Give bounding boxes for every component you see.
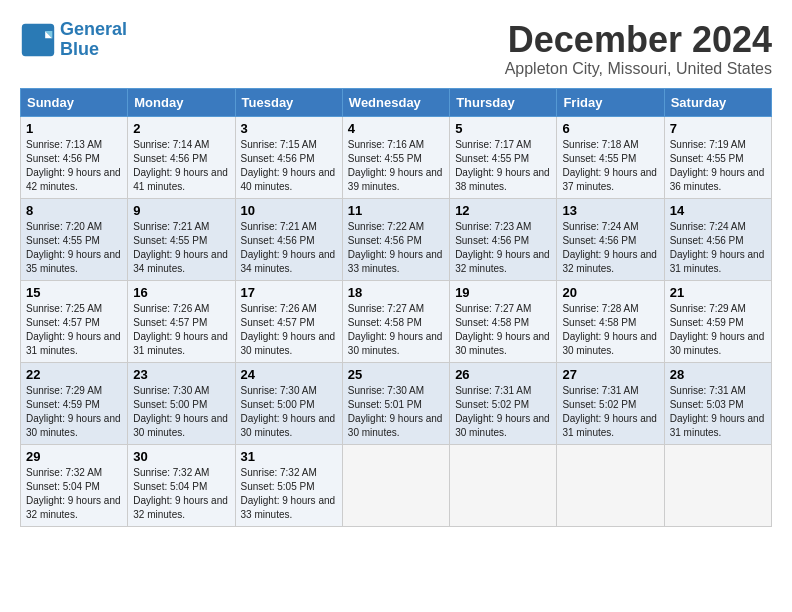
calendar-day-cell: 20 Sunrise: 7:28 AMSunset: 4:58 PMDaylig…: [557, 280, 664, 362]
calendar-table: SundayMondayTuesdayWednesdayThursdayFrid…: [20, 88, 772, 527]
day-number: 10: [241, 203, 337, 218]
logo-line2: Blue: [60, 39, 99, 59]
day-detail: Sunrise: 7:15 AMSunset: 4:56 PMDaylight:…: [241, 139, 336, 192]
day-number: 22: [26, 367, 122, 382]
day-number: 23: [133, 367, 229, 382]
day-number: 26: [455, 367, 551, 382]
day-detail: Sunrise: 7:25 AMSunset: 4:57 PMDaylight:…: [26, 303, 121, 356]
day-number: 31: [241, 449, 337, 464]
calendar-day-cell: 28 Sunrise: 7:31 AMSunset: 5:03 PMDaylig…: [664, 362, 771, 444]
weekday-header-saturday: Saturday: [664, 88, 771, 116]
day-number: 9: [133, 203, 229, 218]
day-number: 8: [26, 203, 122, 218]
calendar-day-cell: 14 Sunrise: 7:24 AMSunset: 4:56 PMDaylig…: [664, 198, 771, 280]
day-detail: Sunrise: 7:20 AMSunset: 4:55 PMDaylight:…: [26, 221, 121, 274]
title-area: December 2024 Appleton City, Missouri, U…: [505, 20, 772, 78]
calendar-day-cell: 7 Sunrise: 7:19 AMSunset: 4:55 PMDayligh…: [664, 116, 771, 198]
weekday-header-monday: Monday: [128, 88, 235, 116]
calendar-day-cell: 22 Sunrise: 7:29 AMSunset: 4:59 PMDaylig…: [21, 362, 128, 444]
day-detail: Sunrise: 7:31 AMSunset: 5:02 PMDaylight:…: [562, 385, 657, 438]
day-number: 7: [670, 121, 766, 136]
calendar-day-cell: 19 Sunrise: 7:27 AMSunset: 4:58 PMDaylig…: [450, 280, 557, 362]
day-detail: Sunrise: 7:14 AMSunset: 4:56 PMDaylight:…: [133, 139, 228, 192]
calendar-day-cell: 17 Sunrise: 7:26 AMSunset: 4:57 PMDaylig…: [235, 280, 342, 362]
logo: General Blue: [20, 20, 127, 60]
calendar-week-row: 29 Sunrise: 7:32 AMSunset: 5:04 PMDaylig…: [21, 444, 772, 526]
calendar-day-cell: 23 Sunrise: 7:30 AMSunset: 5:00 PMDaylig…: [128, 362, 235, 444]
calendar-day-cell: 3 Sunrise: 7:15 AMSunset: 4:56 PMDayligh…: [235, 116, 342, 198]
day-number: 24: [241, 367, 337, 382]
day-number: 16: [133, 285, 229, 300]
day-number: 19: [455, 285, 551, 300]
calendar-day-cell: 10 Sunrise: 7:21 AMSunset: 4:56 PMDaylig…: [235, 198, 342, 280]
calendar-day-cell: 26 Sunrise: 7:31 AMSunset: 5:02 PMDaylig…: [450, 362, 557, 444]
calendar-day-cell: 21 Sunrise: 7:29 AMSunset: 4:59 PMDaylig…: [664, 280, 771, 362]
calendar-week-row: 15 Sunrise: 7:25 AMSunset: 4:57 PMDaylig…: [21, 280, 772, 362]
day-number: 21: [670, 285, 766, 300]
day-detail: Sunrise: 7:24 AMSunset: 4:56 PMDaylight:…: [562, 221, 657, 274]
day-number: 30: [133, 449, 229, 464]
day-detail: Sunrise: 7:31 AMSunset: 5:02 PMDaylight:…: [455, 385, 550, 438]
calendar-day-cell: 24 Sunrise: 7:30 AMSunset: 5:00 PMDaylig…: [235, 362, 342, 444]
day-detail: Sunrise: 7:13 AMSunset: 4:56 PMDaylight:…: [26, 139, 121, 192]
calendar-week-row: 8 Sunrise: 7:20 AMSunset: 4:55 PMDayligh…: [21, 198, 772, 280]
calendar-day-cell: 30 Sunrise: 7:32 AMSunset: 5:04 PMDaylig…: [128, 444, 235, 526]
calendar-day-cell: 27 Sunrise: 7:31 AMSunset: 5:02 PMDaylig…: [557, 362, 664, 444]
day-detail: Sunrise: 7:29 AMSunset: 4:59 PMDaylight:…: [26, 385, 121, 438]
day-detail: Sunrise: 7:23 AMSunset: 4:56 PMDaylight:…: [455, 221, 550, 274]
calendar-day-cell: 31 Sunrise: 7:32 AMSunset: 5:05 PMDaylig…: [235, 444, 342, 526]
calendar-day-cell: 16 Sunrise: 7:26 AMSunset: 4:57 PMDaylig…: [128, 280, 235, 362]
day-detail: Sunrise: 7:32 AMSunset: 5:05 PMDaylight:…: [241, 467, 336, 520]
day-number: 27: [562, 367, 658, 382]
day-detail: Sunrise: 7:26 AMSunset: 4:57 PMDaylight:…: [241, 303, 336, 356]
header: General Blue December 2024 Appleton City…: [20, 20, 772, 78]
day-number: 20: [562, 285, 658, 300]
day-number: 3: [241, 121, 337, 136]
day-number: 28: [670, 367, 766, 382]
day-number: 6: [562, 121, 658, 136]
calendar-day-cell: 13 Sunrise: 7:24 AMSunset: 4:56 PMDaylig…: [557, 198, 664, 280]
day-number: 12: [455, 203, 551, 218]
weekday-header-wednesday: Wednesday: [342, 88, 449, 116]
calendar-day-cell: 9 Sunrise: 7:21 AMSunset: 4:55 PMDayligh…: [128, 198, 235, 280]
day-detail: Sunrise: 7:16 AMSunset: 4:55 PMDaylight:…: [348, 139, 443, 192]
day-detail: Sunrise: 7:30 AMSunset: 5:00 PMDaylight:…: [133, 385, 228, 438]
day-detail: Sunrise: 7:21 AMSunset: 4:55 PMDaylight:…: [133, 221, 228, 274]
weekday-header-row: SundayMondayTuesdayWednesdayThursdayFrid…: [21, 88, 772, 116]
logo-text: General Blue: [60, 20, 127, 60]
calendar-day-cell: 5 Sunrise: 7:17 AMSunset: 4:55 PMDayligh…: [450, 116, 557, 198]
day-number: 5: [455, 121, 551, 136]
day-detail: Sunrise: 7:17 AMSunset: 4:55 PMDaylight:…: [455, 139, 550, 192]
day-detail: Sunrise: 7:27 AMSunset: 4:58 PMDaylight:…: [455, 303, 550, 356]
day-number: 13: [562, 203, 658, 218]
day-detail: Sunrise: 7:31 AMSunset: 5:03 PMDaylight:…: [670, 385, 765, 438]
day-number: 25: [348, 367, 444, 382]
svg-rect-0: [22, 24, 54, 56]
day-detail: Sunrise: 7:30 AMSunset: 5:00 PMDaylight:…: [241, 385, 336, 438]
calendar-day-cell: 12 Sunrise: 7:23 AMSunset: 4:56 PMDaylig…: [450, 198, 557, 280]
calendar-day-cell: 6 Sunrise: 7:18 AMSunset: 4:55 PMDayligh…: [557, 116, 664, 198]
empty-cell: [664, 444, 771, 526]
weekday-header-thursday: Thursday: [450, 88, 557, 116]
calendar-day-cell: 2 Sunrise: 7:14 AMSunset: 4:56 PMDayligh…: [128, 116, 235, 198]
empty-cell: [557, 444, 664, 526]
day-detail: Sunrise: 7:32 AMSunset: 5:04 PMDaylight:…: [26, 467, 121, 520]
weekday-header-tuesday: Tuesday: [235, 88, 342, 116]
calendar-day-cell: 11 Sunrise: 7:22 AMSunset: 4:56 PMDaylig…: [342, 198, 449, 280]
weekday-header-friday: Friday: [557, 88, 664, 116]
day-number: 29: [26, 449, 122, 464]
calendar-day-cell: 29 Sunrise: 7:32 AMSunset: 5:04 PMDaylig…: [21, 444, 128, 526]
calendar-day-cell: 1 Sunrise: 7:13 AMSunset: 4:56 PMDayligh…: [21, 116, 128, 198]
calendar-week-row: 22 Sunrise: 7:29 AMSunset: 4:59 PMDaylig…: [21, 362, 772, 444]
day-number: 1: [26, 121, 122, 136]
day-detail: Sunrise: 7:30 AMSunset: 5:01 PMDaylight:…: [348, 385, 443, 438]
calendar-day-cell: 15 Sunrise: 7:25 AMSunset: 4:57 PMDaylig…: [21, 280, 128, 362]
empty-cell: [450, 444, 557, 526]
weekday-header-sunday: Sunday: [21, 88, 128, 116]
day-detail: Sunrise: 7:24 AMSunset: 4:56 PMDaylight:…: [670, 221, 765, 274]
month-title: December 2024: [505, 20, 772, 60]
day-number: 2: [133, 121, 229, 136]
logo-line1: General: [60, 19, 127, 39]
calendar-week-row: 1 Sunrise: 7:13 AMSunset: 4:56 PMDayligh…: [21, 116, 772, 198]
day-number: 14: [670, 203, 766, 218]
